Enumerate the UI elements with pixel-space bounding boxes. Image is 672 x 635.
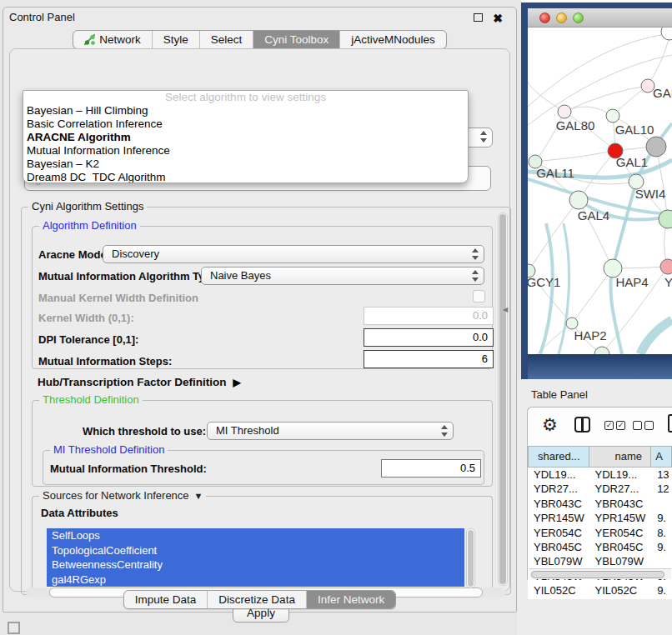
algorithm-option[interactable]: Bayesian – Hill Climbing [23,104,468,118]
algorithm-definition-frame: Algorithm Definition Aracne Mode: Discov… [32,226,493,369]
threshold-definition-frame: Threshold Definition Which threshold to … [32,400,493,487]
algorithm-dropdown[interactable]: Select algorithm to view settings Bayesi… [23,90,469,183]
mi-steps-field[interactable]: 6 [364,350,494,368]
network-node-gal4[interactable] [569,191,588,209]
attribute-item[interactable]: BetweennessCentrality [47,558,464,572]
network-node-y[interactable] [660,259,672,274]
desktop-background-gradient [528,354,672,379]
table-cell: YER054C [528,526,589,540]
aracne-mode-value: Discovery [112,248,159,260]
table-hscroll-thumb[interactable] [531,571,664,578]
sources-title: Sources for Network Inference [43,489,189,502]
table-cell: YER054C [589,526,652,540]
data-attributes-list[interactable]: SelfLoopsTopologicalCoefficientBetweenne… [47,528,464,588]
attribute-item[interactable]: SelfLoops [47,528,464,543]
tab-infer-network[interactable]: Infer Network [306,591,395,608]
table-cell: YIL052C [589,583,652,598]
table-cell: YBL079W [589,554,652,568]
traffic-light-zoom[interactable] [573,12,584,23]
traffic-light-close[interactable] [539,12,550,23]
panel-collapse-handle[interactable]: ◀ [503,306,508,313]
tab-impute-data[interactable]: Impute Data [124,591,208,608]
table-row[interactable]: YBL079WYBL079W [528,554,672,568]
network-node[interactable] [661,28,672,40]
sources-title-row[interactable]: Sources for Network Inference▼ [39,489,206,502]
deselect-all-icon[interactable] [644,421,654,430]
mi-type-value: Naive Bayes [210,269,271,282]
tab-select[interactable]: Select [199,31,253,48]
network-edge [572,268,613,323]
hub-definition-label: Hub/Transcription Factor Definition [38,376,227,388]
table-row[interactable]: YPR145WYPR145W9. [528,511,672,525]
traffic-light-minimize[interactable] [556,12,567,23]
attributes-scrollbar[interactable] [466,528,475,588]
tab-style[interactable]: Style [152,31,199,48]
algorithm-option[interactable]: Basic Correlation Inference [23,118,468,131]
column-header-shared...[interactable]: shared... [528,446,589,468]
kernel-width-field[interactable]: 0.0 [364,307,494,325]
manual-kernel-checkbox[interactable] [473,290,485,302]
threshold-definition-title: Threshold Definition [39,393,143,406]
table-panel-title: Table Panel [531,388,588,401]
table-cell: YPR145W [528,511,589,525]
table-row[interactable]: YDL19...YDL19...13 [528,468,672,482]
table-cell: YBR045C [528,540,589,554]
tab-label: jActiveMNodules [351,31,435,48]
attribute-item[interactable]: TopologicalCoefficient [47,543,464,558]
algorithm-option[interactable]: Mutual Information Inference [23,144,468,158]
table-cell: YDR27... [528,482,589,496]
attributes-scrollbar-thumb[interactable] [468,530,474,587]
stepper-icon [471,248,479,260]
tab-cyni-toolbox[interactable]: Cyni Toolbox [253,31,339,48]
table-row[interactable]: YBR045CYBR045C9. [528,540,672,554]
select-all-checked-icon[interactable]: ✓ [616,421,625,430]
table-row[interactable]: YIL052CYIL052C9. [528,583,672,598]
table-row[interactable]: YER054CYER054C8. [528,526,672,540]
mi-threshold-field[interactable]: 0.5 [381,459,481,478]
algorithm-option[interactable]: Dream8 DC_TDC Algorithm [23,171,468,183]
which-threshold-combo[interactable]: MI Threshold [207,422,454,440]
select-all-checked-icon[interactable]: ✓ [604,421,614,430]
node-label: GAL [653,86,672,100]
network-view-canvas[interactable]: GALGAL80GAL10GAL1GAL11SWI4GAL4GCY1HAP4YH… [528,28,672,354]
network-node-hap2[interactable] [566,318,578,329]
tab-network[interactable]: Network [73,31,152,48]
collapsed-panel-icon[interactable] [8,622,20,634]
column-header-A[interactable]: A [651,446,672,468]
node-label: GCY1 [528,275,560,289]
settings-vscroll-thumb[interactable] [499,214,506,584]
table-cell: YPR145W [589,511,652,525]
network-node-gal80[interactable] [558,105,571,118]
tab-label: Style [163,31,188,48]
bottom-tabbar: Impute DataDiscretize DataInfer Network [3,590,516,609]
hub-definition-toggle[interactable]: Hub/Transcription Factor Definition▶ [38,376,241,388]
attribute-item[interactable]: gal4RGexp [47,572,464,588]
table-horizontal-scrollbar[interactable] [529,568,671,579]
close-icon[interactable]: ✖ [493,9,503,28]
network-node-gal10[interactable] [606,109,619,122]
mi-type-combo[interactable]: Naive Bayes [201,267,484,285]
cyni-toolbox-panel: Select algorithm to view settings Bayesi… [9,48,510,592]
table-cell: 12 [651,482,672,496]
settings-vertical-scrollbar[interactable] [498,212,508,586]
tab-jactivemnodules[interactable]: jActiveMNodules [339,31,446,48]
column-header-name[interactable]: name [589,446,652,468]
table-row[interactable]: YDR27...YDR27...12 [528,482,672,496]
algorithm-combo-right-end[interactable] [467,128,493,148]
algorithm-dropdown-list: Bayesian – Hill ClimbingBasic Correlatio… [23,104,468,183]
deselect-all-icon[interactable] [633,421,642,430]
aracne-mode-combo[interactable]: Discovery [103,245,484,263]
network-edge [648,37,669,86]
mi-threshold-frame: MI Threshold Definition Mutual Informati… [43,450,484,485]
algorithm-option[interactable]: ARACNE Algorithm [23,131,468,144]
dpi-tolerance-field[interactable]: 0.0 [364,328,494,347]
gear-icon[interactable]: ⚙ [542,415,558,435]
split-view-icon[interactable] [574,417,590,432]
algorithm-option[interactable]: Bayesian – K2 [23,158,468,171]
tab-discretize-data[interactable]: Discretize Data [207,591,306,608]
network-window-titlebar[interactable] [528,8,672,28]
float-window-icon[interactable] [474,13,483,22]
document-icon[interactable] [668,414,672,432]
network-node[interactable] [646,137,666,157]
table-row[interactable]: YBR043CYBR043C [528,497,672,511]
